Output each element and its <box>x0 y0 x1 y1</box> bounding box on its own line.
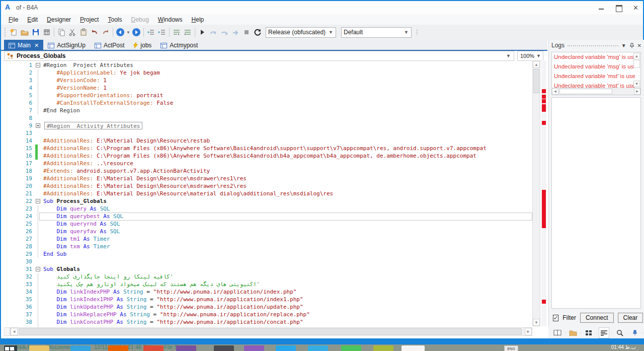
menu-tools[interactable]: Tools <box>103 15 126 24</box>
fold-margin <box>32 92 43 99</box>
paste-icon[interactable] <box>78 27 89 38</box>
filter-checkbox[interactable]: ✓ <box>553 315 558 321</box>
telegram-button[interactable] <box>308 345 328 351</box>
pin-icon[interactable] <box>629 43 634 48</box>
save-icon[interactable] <box>30 27 41 38</box>
chrome-button[interactable] <box>143 345 164 351</box>
connect-button[interactable]: Connect <box>580 313 614 323</box>
tab-actmypost[interactable]: Actmypost <box>156 40 202 51</box>
close-button[interactable]: ✕ <box>633 5 639 11</box>
menu-file[interactable]: File <box>4 15 23 24</box>
skype-button[interactable] <box>276 345 296 351</box>
viber-button[interactable] <box>244 345 264 351</box>
search-tab-icon[interactable] <box>615 327 625 338</box>
back-history-dropdown-icon[interactable]: ▼ <box>126 27 131 38</box>
collapse-icon[interactable]: − <box>36 63 40 67</box>
start-button[interactable] <box>4 345 17 351</box>
maximize-button[interactable] <box>616 5 622 11</box>
log-error-item[interactable]: Undeclared variable 'msg' is us <box>552 52 640 62</box>
build-configuration-select[interactable]: Release (obfuscated)▼ <box>266 27 336 38</box>
whatsapp-button[interactable] <box>341 345 361 351</box>
fold-margin[interactable]: − <box>32 265 43 273</box>
active-window-button[interactable] <box>401 345 425 351</box>
cut-icon[interactable] <box>67 27 78 38</box>
logs-drag-handle[interactable] <box>568 45 618 48</box>
fold-margin[interactable]: + <box>32 122 43 129</box>
loglist-hscrollbar[interactable]: ◄ ► <box>552 88 640 95</box>
resume-icon[interactable] <box>230 27 241 38</box>
panel-menu-icon[interactable]: ▼ <box>621 43 626 48</box>
collapse-icon[interactable]: − <box>36 267 40 271</box>
code-line-15: 15#AdditionalRes: C:\Program Files (x86)… <box>4 145 532 152</box>
tab-jobs[interactable]: jobs <box>129 40 156 51</box>
fold-margin[interactable]: − <box>32 197 43 205</box>
menu-windows[interactable]: Windows <box>153 15 187 24</box>
error-mark <box>542 99 546 103</box>
new-file-icon[interactable] <box>8 27 19 38</box>
loglist-scroll-up[interactable]: ▲ <box>633 53 640 59</box>
rebuild-icon[interactable] <box>252 27 263 38</box>
menu-edit[interactable]: Edit <box>23 15 42 24</box>
logs-controls: ✓ Filter Connect Clear List P <box>549 311 644 325</box>
code-editor[interactable]: 1−#Region Project Attributes2 #Applicati… <box>4 61 532 330</box>
menu-debug[interactable]: Debug <box>126 15 153 24</box>
outdent-icon[interactable] <box>156 27 168 38</box>
tab-actsignup[interactable]: ActSignUp <box>43 40 90 51</box>
minimize-button[interactable] <box>599 5 605 11</box>
tab-main[interactable]: Main✕ <box>4 40 43 51</box>
toolbar-grip[interactable] <box>4 28 7 37</box>
modules-icon[interactable] <box>41 27 52 38</box>
redo-icon[interactable] <box>100 27 111 38</box>
sub-navigator-select[interactable]: Process_Globals ▼ <box>4 51 514 61</box>
firefox-button[interactable] <box>108 345 128 351</box>
menu-project[interactable]: Project <box>75 15 103 24</box>
fold-margin <box>32 190 43 197</box>
filter-configuration-select[interactable]: Default▼ <box>341 27 412 38</box>
files-tab-icon[interactable] <box>568 327 578 338</box>
tab-actpost[interactable]: ActPost <box>90 40 129 51</box>
undo-icon[interactable] <box>89 27 100 38</box>
indent-icon[interactable] <box>145 27 156 38</box>
panel-close-icon[interactable]: ✕ <box>637 43 641 48</box>
log-error-item[interactable]: Undeclared variable 'msg' is us <box>552 62 640 72</box>
run-icon[interactable] <box>197 27 208 38</box>
internet-explorer-button[interactable] <box>70 345 91 351</box>
menu-designer[interactable]: Designer <box>42 15 75 24</box>
navigate-back-icon[interactable] <box>115 27 126 38</box>
loglist-scroll-down[interactable]: ▼ <box>633 81 640 87</box>
logs-tab-icon[interactable] <box>599 327 609 338</box>
open-file-icon[interactable] <box>19 27 30 38</box>
expand-icon[interactable]: + <box>36 123 40 128</box>
media-app-button[interactable] <box>176 345 196 351</box>
menu-help[interactable]: Help <box>187 15 209 24</box>
comment-icon[interactable] <box>171 27 182 38</box>
stop-icon[interactable] <box>241 27 252 38</box>
step-into-icon[interactable] <box>208 27 219 38</box>
toolbar-overflow[interactable] <box>416 30 419 35</box>
navigate-forward-icon[interactable] <box>131 27 142 38</box>
error-log-list[interactable]: Undeclared variable 'msg' is usUndeclare… <box>551 52 641 95</box>
file-explorer-button[interactable] <box>29 345 49 351</box>
modules-tab-icon[interactable] <box>584 327 594 338</box>
editor-vertical-scrollbar[interactable]: ▲ ▼ <box>532 60 540 326</box>
android-app-button[interactable] <box>373 345 393 351</box>
clear-button[interactable]: Clear <box>618 313 643 323</box>
collapse-icon[interactable]: − <box>36 199 40 203</box>
pinned-tab-icon[interactable] <box>630 327 640 338</box>
copy-icon[interactable] <box>56 27 67 38</box>
editor-horizontal-scrollbar[interactable]: ◄ ► <box>10 327 532 336</box>
tab-close-icon[interactable]: ✕ <box>34 42 39 49</box>
sub-navigator-value: Process_Globals <box>17 52 65 59</box>
logs-panel-header[interactable]: Logs ▼ ✕ <box>549 40 644 51</box>
step-over-icon[interactable] <box>219 27 230 38</box>
mail-app-button[interactable] <box>214 345 234 351</box>
fold-margin <box>32 114 43 122</box>
uncomment-icon[interactable] <box>182 27 193 38</box>
zoom-select[interactable]: 100%▼ <box>517 51 543 61</box>
documentation-tab-icon[interactable] <box>552 327 562 338</box>
fold-margin[interactable]: − <box>32 61 43 69</box>
taskbar-clock[interactable]: 01:44 ب.ظ <box>611 344 636 350</box>
log-error-item[interactable]: Undeclared variable 'mst' is use <box>552 72 640 81</box>
log-output-area[interactable] <box>551 97 641 309</box>
language-tray-button[interactable]: ENG <box>504 345 518 351</box>
